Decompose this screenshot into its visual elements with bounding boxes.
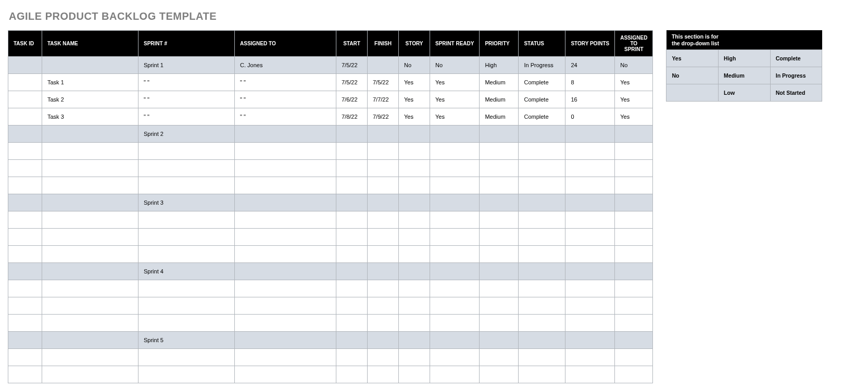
cell-sprint[interactable]: Sprint 3 [139, 194, 235, 211]
cell-sprint-ready[interactable] [430, 143, 480, 160]
cell-story-points[interactable] [565, 366, 615, 383]
cell-assigned-to[interactable] [235, 263, 336, 280]
cell-start[interactable] [336, 349, 368, 366]
cell-priority[interactable] [480, 297, 519, 315]
cell-status[interactable] [519, 126, 565, 143]
cell-assigned-to-sprint[interactable] [615, 126, 653, 143]
cell-story-points[interactable] [565, 126, 615, 143]
cell-priority[interactable]: Medium [480, 91, 519, 108]
cell-finish[interactable] [368, 211, 399, 229]
cell-priority[interactable]: High [480, 57, 519, 74]
cell-assigned-to[interactable] [235, 349, 336, 366]
cell-assigned-to-sprint[interactable] [615, 143, 653, 160]
cell-start[interactable] [336, 246, 368, 263]
cell-status[interactable] [519, 160, 565, 177]
cell-start[interactable]: 7/5/22 [336, 74, 368, 91]
cell-start[interactable]: 7/6/22 [336, 91, 368, 108]
cell-story-points[interactable] [565, 280, 615, 297]
cell-story[interactable] [399, 211, 430, 229]
cell-sprint-ready[interactable]: Yes [430, 91, 480, 108]
cell-start[interactable]: 7/5/22 [336, 57, 368, 74]
cell-sprint[interactable]: Sprint 2 [139, 126, 235, 143]
cell-assigned-to-sprint[interactable] [615, 332, 653, 349]
cell-sprint[interactable]: Sprint 4 [139, 263, 235, 280]
cell-task-id[interactable] [8, 74, 42, 91]
cell-story-points[interactable] [565, 211, 615, 229]
cell-task-id[interactable] [8, 211, 42, 229]
cell-assigned-to-sprint[interactable] [615, 349, 653, 366]
cell-story-points[interactable]: 16 [565, 91, 615, 108]
cell-story[interactable]: No [399, 57, 430, 74]
cell-task-name[interactable] [42, 366, 139, 383]
cell-task-name[interactable] [42, 349, 139, 366]
cell-assigned-to-sprint[interactable] [615, 160, 653, 177]
cell-assigned-to-sprint[interactable]: Yes [615, 108, 653, 126]
cell-sprint[interactable] [139, 177, 235, 194]
cell-task-id[interactable] [8, 91, 42, 108]
cell-priority[interactable] [480, 315, 519, 332]
cell-sprint-ready[interactable] [430, 177, 480, 194]
cell-sprint-ready[interactable] [430, 280, 480, 297]
cell-sprint[interactable]: " " [139, 74, 235, 91]
cell-story[interactable] [399, 160, 430, 177]
cell-finish[interactable] [368, 332, 399, 349]
cell-assigned-to-sprint[interactable] [615, 366, 653, 383]
cell-story[interactable] [399, 263, 430, 280]
cell-story-points[interactable] [565, 160, 615, 177]
cell-finish[interactable]: 7/7/22 [368, 91, 399, 108]
cell-assigned-to[interactable]: " " [235, 91, 336, 108]
cell-assigned-to-sprint[interactable] [615, 280, 653, 297]
cell-story[interactable] [399, 349, 430, 366]
cell-status[interactable] [519, 349, 565, 366]
cell-status[interactable]: In Progress [519, 57, 565, 74]
cell-assigned-to[interactable] [235, 366, 336, 383]
cell-sprint[interactable] [139, 211, 235, 229]
cell-start[interactable]: 7/8/22 [336, 108, 368, 126]
cell-priority[interactable] [480, 126, 519, 143]
cell-task-id[interactable] [8, 229, 42, 246]
cell-finish[interactable] [368, 246, 399, 263]
cell-assigned-to[interactable] [235, 160, 336, 177]
cell-sprint-ready[interactable] [430, 297, 480, 315]
cell-task-name[interactable]: Task 3 [42, 108, 139, 126]
cell-task-id[interactable] [8, 126, 42, 143]
cell-assigned-to[interactable] [235, 297, 336, 315]
cell-assigned-to-sprint[interactable] [615, 315, 653, 332]
cell-story-points[interactable] [565, 315, 615, 332]
cell-priority[interactable] [480, 349, 519, 366]
cell-status[interactable] [519, 332, 565, 349]
cell-task-id[interactable] [8, 297, 42, 315]
cell-assigned-to[interactable]: C. Jones [235, 57, 336, 74]
cell-assigned-to[interactable] [235, 211, 336, 229]
cell-assigned-to-sprint[interactable] [615, 246, 653, 263]
cell-assigned-to[interactable] [235, 194, 336, 211]
cell-task-name[interactable] [42, 143, 139, 160]
cell-sprint[interactable] [139, 315, 235, 332]
cell-story[interactable] [399, 366, 430, 383]
cell-sprint-ready[interactable] [430, 263, 480, 280]
cell-finish[interactable]: 7/5/22 [368, 74, 399, 91]
cell-task-name[interactable] [42, 246, 139, 263]
cell-sprint[interactable]: " " [139, 108, 235, 126]
cell-story-points[interactable] [565, 143, 615, 160]
cell-story-points[interactable]: 24 [565, 57, 615, 74]
cell-task-name[interactable]: Task 2 [42, 91, 139, 108]
cell-start[interactable] [336, 160, 368, 177]
cell-start[interactable] [336, 177, 368, 194]
cell-assigned-to-sprint[interactable] [615, 297, 653, 315]
cell-status[interactable] [519, 229, 565, 246]
cell-sprint[interactable]: " " [139, 91, 235, 108]
cell-task-id[interactable] [8, 108, 42, 126]
cell-sprint-ready[interactable] [430, 349, 480, 366]
cell-start[interactable] [336, 194, 368, 211]
cell-start[interactable] [336, 211, 368, 229]
cell-story-points[interactable] [565, 297, 615, 315]
cell-task-name[interactable] [42, 297, 139, 315]
cell-story[interactable] [399, 332, 430, 349]
cell-finish[interactable] [368, 280, 399, 297]
cell-task-id[interactable] [8, 263, 42, 280]
cell-task-name[interactable] [42, 332, 139, 349]
cell-status[interactable]: Complete [519, 91, 565, 108]
cell-assigned-to[interactable]: " " [235, 74, 336, 91]
cell-sprint-ready[interactable] [430, 194, 480, 211]
